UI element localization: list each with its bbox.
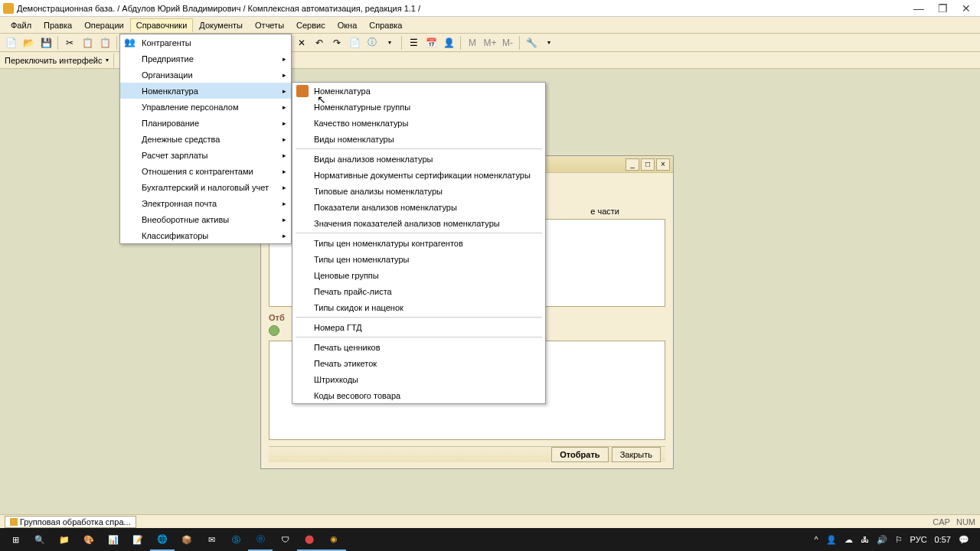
wrench-icon[interactable]: 🔧 bbox=[524, 35, 539, 51]
submenu-item[interactable]: Типы цен номенклатуры bbox=[292, 251, 545, 267]
tray-up-icon[interactable]: ^ bbox=[814, 535, 818, 544]
menu-item-label: Денежные средства bbox=[142, 135, 220, 144]
tray-people-icon[interactable]: 👤 bbox=[826, 535, 837, 545]
mail-icon[interactable]: ✉ bbox=[199, 528, 224, 551]
start-button[interactable]: ⊞ bbox=[3, 528, 28, 551]
app4-icon[interactable]: 📦 bbox=[175, 528, 199, 551]
dropdown2-icon[interactable]: ▾ bbox=[541, 35, 557, 51]
delete-icon[interactable]: ✕ bbox=[294, 35, 309, 51]
submenu-item[interactable]: Типовые анализы номенклатуры bbox=[292, 183, 545, 199]
dialog-minimize-icon[interactable]: _ bbox=[626, 158, 639, 171]
tray-vol-icon[interactable]: 🔊 bbox=[877, 535, 887, 545]
menu-item[interactable]: Денежные средства▸ bbox=[120, 131, 291, 147]
user-icon[interactable]: 👤 bbox=[441, 35, 456, 51]
menu-item[interactable]: Номенклатура▸ bbox=[120, 83, 291, 99]
tray-lang[interactable]: РУС bbox=[910, 535, 927, 544]
save-icon[interactable]: 💾 bbox=[38, 35, 54, 51]
menu-сервис[interactable]: Сервис bbox=[290, 18, 332, 32]
menu-item[interactable]: Электронная почта▸ bbox=[120, 195, 291, 211]
submenu-item[interactable]: Нормативные документы сертификации номен… bbox=[292, 167, 545, 183]
calendar-icon[interactable]: 📅 bbox=[423, 35, 439, 51]
explorer-icon[interactable]: 📁 bbox=[52, 528, 77, 551]
menu-справка[interactable]: Справка bbox=[363, 18, 408, 32]
submenu-item[interactable]: Типы скидок и наценок bbox=[292, 299, 545, 315]
close-button[interactable]: Закрыть bbox=[612, 447, 661, 462]
redo-icon[interactable]: ↷ bbox=[329, 35, 345, 51]
dropdown-icon[interactable]: ▾ bbox=[382, 35, 397, 51]
submenu-item[interactable]: Показатели анализов номенклатуры bbox=[292, 199, 545, 215]
menu-item[interactable]: Бухгалтерский и налоговый учет▸ bbox=[120, 179, 291, 195]
menu-окна[interactable]: Окна bbox=[332, 18, 364, 32]
menu-файл[interactable]: Файл bbox=[5, 18, 38, 32]
submenu-item[interactable]: Номенклатура bbox=[292, 83, 545, 99]
menu-item-label: Электронная почта bbox=[142, 199, 217, 208]
tray-flag-icon[interactable]: ⚐ bbox=[895, 535, 903, 545]
record-icon[interactable]: ⬤ bbox=[297, 528, 322, 551]
submenu-item[interactable]: Виды анализов номенклатуры bbox=[292, 151, 545, 167]
edge-icon[interactable]: ⓔ bbox=[248, 528, 273, 551]
submenu-item[interactable]: Виды номенклатуры bbox=[292, 131, 545, 147]
info-icon[interactable]: ⓘ bbox=[364, 35, 380, 51]
menu-item[interactable]: Планирование▸ bbox=[120, 115, 291, 131]
doc-icon[interactable]: 📄 bbox=[347, 35, 362, 51]
switch-interface-combo[interactable]: Переключить интерфейс ▾ bbox=[5, 56, 109, 65]
menu-операции[interactable]: Операции bbox=[78, 18, 129, 32]
minimize-button[interactable]: — bbox=[913, 2, 924, 15]
submenu-item[interactable]: Печать этикеток bbox=[292, 355, 545, 371]
menu-справочники[interactable]: Справочники bbox=[130, 18, 194, 32]
submenu-item[interactable]: Номера ГТД bbox=[292, 319, 545, 335]
submenu-item[interactable]: Ценовые группы bbox=[292, 267, 545, 283]
menu-item[interactable]: Внеоборотные активы▸ bbox=[120, 211, 291, 227]
close-button[interactable]: ✕ bbox=[962, 2, 971, 15]
submenu-item-label: Качество номенклатуры bbox=[314, 119, 408, 128]
tray-notif-icon[interactable]: 💬 bbox=[959, 535, 969, 545]
dialog-footer: Отобрать Закрыть bbox=[269, 446, 665, 462]
chrome-icon[interactable]: 🌐 bbox=[150, 528, 175, 551]
menu-item-label: Планирование bbox=[142, 119, 199, 128]
menu-item[interactable]: Предприятие▸ bbox=[120, 51, 291, 67]
paste-icon[interactable]: 📋 bbox=[97, 35, 113, 51]
submenu-item[interactable]: Коды весового товара bbox=[292, 387, 545, 403]
status-tab[interactable]: Групповая обработка спра... bbox=[5, 516, 136, 528]
app2-icon[interactable]: 📊 bbox=[101, 528, 126, 551]
skype-icon[interactable]: Ⓢ bbox=[224, 528, 248, 551]
app1-icon[interactable]: 🎨 bbox=[77, 528, 101, 551]
submenu-item[interactable]: Значения показателей анализов номенклату… bbox=[292, 215, 545, 231]
menu-item[interactable]: Управление персоналом▸ bbox=[120, 99, 291, 115]
menu-item[interactable]: Отношения с контрагентами▸ bbox=[120, 163, 291, 179]
cut-icon[interactable]: ✂ bbox=[62, 35, 77, 51]
app3-icon[interactable]: 📝 bbox=[126, 528, 150, 551]
search-icon[interactable]: 🔍 bbox=[28, 528, 52, 551]
undo-icon[interactable]: ↶ bbox=[312, 35, 327, 51]
new-icon[interactable]: 📄 bbox=[3, 35, 18, 51]
submenu-item[interactable]: Качество номенклатуры bbox=[292, 115, 545, 131]
shield-icon[interactable]: 🛡 bbox=[273, 528, 297, 551]
tray-cloud-icon[interactable]: ☁ bbox=[844, 535, 853, 545]
menu-отчеты[interactable]: Отчеты bbox=[249, 18, 290, 32]
tray-clock[interactable]: 0:57 bbox=[935, 535, 951, 544]
m-icon[interactable]: M bbox=[465, 35, 480, 51]
menu-item[interactable]: Организации▸ bbox=[120, 67, 291, 83]
dialog-maximize-icon[interactable]: □ bbox=[641, 158, 655, 171]
copy-icon[interactable]: 📋 bbox=[80, 35, 95, 51]
submenu-item[interactable]: Номенклатурные группы bbox=[292, 99, 545, 115]
submenu-item[interactable]: Печать прайс-листа bbox=[292, 283, 545, 299]
dialog-close-icon[interactable]: × bbox=[656, 158, 670, 171]
mminus-icon[interactable]: M- bbox=[500, 35, 515, 51]
submenu-item[interactable]: Типы цен номенклатуры контрагентов bbox=[292, 235, 545, 251]
num-indicator: NUM bbox=[956, 517, 975, 527]
tray-net-icon[interactable]: 🖧 bbox=[861, 535, 869, 544]
open-icon[interactable]: 📂 bbox=[21, 35, 36, 51]
menu-item[interactable]: Классификаторы▸ bbox=[120, 227, 291, 243]
mplus-icon[interactable]: M+ bbox=[482, 35, 498, 51]
maximize-button[interactable]: ❐ bbox=[938, 2, 948, 15]
list-icon[interactable]: ☰ bbox=[406, 35, 421, 51]
menu-правка[interactable]: Правка bbox=[38, 18, 78, 32]
select-button[interactable]: Отобрать bbox=[551, 447, 608, 462]
submenu-item[interactable]: Штрихкоды bbox=[292, 371, 545, 387]
menu-документы[interactable]: Документы bbox=[193, 18, 249, 32]
menu-item[interactable]: Расчет зарплаты▸ bbox=[120, 147, 291, 163]
menu-item[interactable]: 👥Контрагенты bbox=[120, 34, 291, 51]
submenu-item[interactable]: Печать ценников bbox=[292, 339, 545, 355]
1c-icon[interactable]: ◉ bbox=[322, 528, 346, 551]
